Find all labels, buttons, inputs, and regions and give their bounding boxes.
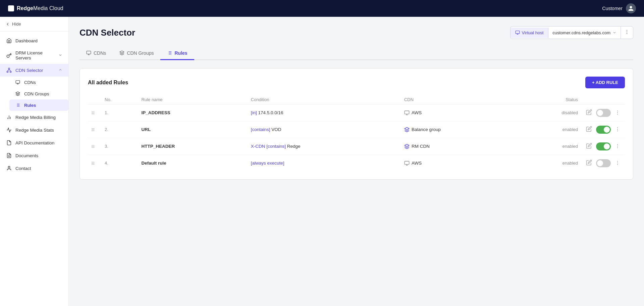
- edit-rule-button[interactable]: [585, 159, 593, 167]
- stats-icon: [6, 127, 12, 133]
- sidebar-item-rules[interactable]: Rules: [9, 99, 68, 111]
- sidebar-item-cdn-selector[interactable]: CDN Selector: [0, 64, 68, 77]
- sidebar-item-label: Documents: [15, 153, 62, 158]
- rule-more-button[interactable]: [613, 110, 622, 116]
- svg-line-3: [7, 69, 9, 71]
- sidebar-item-label: Redge Media Billing: [15, 115, 62, 120]
- sidebar-item-label: Dashboard: [15, 38, 62, 43]
- sidebar-item-drm[interactable]: DRM License Servers: [0, 47, 68, 64]
- svg-point-50: [617, 147, 618, 148]
- rule-name: IP_ADDRESS: [138, 104, 248, 121]
- drag-handle[interactable]: ≡: [88, 121, 101, 138]
- rule-toggle[interactable]: [596, 159, 611, 167]
- rule-more-button[interactable]: [613, 126, 622, 133]
- virtual-host-more-button[interactable]: [621, 27, 633, 39]
- sidebar-item-stats[interactable]: Redge Media Stats: [0, 124, 68, 136]
- svg-line-4: [9, 69, 11, 71]
- chart-icon: [6, 114, 12, 120]
- rule-more-button[interactable]: [613, 160, 622, 167]
- edit-rule-button[interactable]: [585, 125, 593, 134]
- rule-condition: [in] 174.5.0.0/16: [248, 104, 401, 121]
- sidebar-item-dashboard[interactable]: Dashboard: [0, 34, 68, 47]
- svg-point-41: [617, 112, 618, 113]
- screen-icon: [15, 79, 21, 85]
- table-row: ≡2.URL[contains] VODBalance groupenabled: [88, 121, 625, 138]
- tab-rules[interactable]: Rules: [160, 47, 194, 60]
- svg-point-26: [627, 33, 627, 34]
- sidebar-item-cdns[interactable]: CDNs: [9, 77, 68, 88]
- edit-rule-button[interactable]: [585, 108, 593, 117]
- col-no: No.: [101, 95, 138, 104]
- svg-rect-37: [405, 111, 409, 114]
- network-icon: [6, 67, 12, 73]
- drag-handle[interactable]: ≡: [88, 104, 101, 121]
- topnav-right: Customer: [602, 3, 636, 13]
- topnav: RedgeMedia Cloud Customer: [0, 0, 644, 17]
- svg-point-2: [10, 71, 11, 73]
- main-content: CDN Selector Virtual host customer.cdns.…: [69, 17, 644, 306]
- more-vertical-icon: [624, 29, 630, 35]
- svg-rect-5: [16, 81, 20, 83]
- rules-table: No. Rule name Condition CDN Status ≡1.IP…: [88, 95, 625, 171]
- sidebar-item-contact[interactable]: Contact: [0, 162, 68, 175]
- card-header: All added Rules + ADD RULE: [88, 77, 625, 88]
- virtual-host-icon: [515, 30, 520, 35]
- sidebar-item-label: API Documentation: [15, 140, 62, 145]
- sidebar-item-api-docs[interactable]: API Documentation: [0, 136, 68, 149]
- drag-handle[interactable]: ≡: [88, 138, 101, 155]
- virtual-host-label: Virtual host: [511, 28, 549, 38]
- svg-marker-30: [120, 51, 124, 53]
- svg-point-55: [617, 163, 618, 163]
- col-actions: [581, 95, 625, 104]
- chevron-up-icon: [58, 68, 62, 73]
- cdn-selector-submenu: CDNs CDN Groups Rules: [0, 77, 68, 111]
- tab-cdns[interactable]: CDNs: [79, 47, 113, 60]
- svg-point-1: [7, 71, 8, 73]
- sidebar-item-label: CDNs: [24, 80, 63, 85]
- sidebar-item-documents[interactable]: Documents: [0, 149, 68, 162]
- virtual-host-select[interactable]: customer.cdns.redgelabs.com: [548, 28, 621, 38]
- brand-icon: [8, 5, 14, 11]
- col-cdn: CDN: [401, 95, 519, 104]
- virtual-host-container: Virtual host customer.cdns.redgelabs.com: [510, 26, 634, 39]
- cdn-groups-tab-icon: [119, 50, 125, 56]
- rule-cdn: AWS: [401, 104, 519, 121]
- col-status: Status: [519, 95, 581, 104]
- svg-point-0: [8, 68, 10, 69]
- rule-toggle[interactable]: [596, 109, 611, 117]
- rule-more-button[interactable]: [613, 143, 622, 150]
- svg-rect-27: [87, 51, 91, 54]
- edit-rule-button[interactable]: [585, 142, 593, 150]
- table-row: ≡4.Default rule[always execute]AWSenable…: [88, 155, 625, 172]
- rule-no: 4.: [101, 155, 138, 172]
- sidebar-item-cdn-groups[interactable]: CDN Groups: [9, 88, 68, 99]
- rule-toggle[interactable]: [596, 142, 611, 150]
- rules-tab-icon: [167, 50, 172, 56]
- table-row: ≡3.HTTP_HEADERX-CDN [contains] RedgeRM C…: [88, 138, 625, 155]
- rule-status: enabled: [519, 155, 581, 172]
- rule-name: URL: [138, 121, 248, 138]
- rule-name: Default rule: [138, 155, 248, 172]
- customer-label: Customer: [602, 6, 623, 11]
- hide-sidebar-button[interactable]: Hide: [0, 17, 68, 32]
- sidebar-item-billing[interactable]: Redge Media Billing: [0, 111, 68, 124]
- sidebar-item-label: Redge Media Stats: [15, 128, 62, 133]
- drag-handle[interactable]: ≡: [88, 155, 101, 172]
- rule-condition: [contains] VOD: [248, 121, 401, 138]
- svg-point-42: [617, 114, 618, 114]
- rule-toggle[interactable]: [596, 126, 611, 134]
- rule-no: 2.: [101, 121, 138, 138]
- add-rule-button[interactable]: + ADD RULE: [585, 77, 625, 88]
- avatar[interactable]: [626, 3, 636, 13]
- cdns-tab-icon: [86, 50, 92, 56]
- col-rule-name: Rule name: [138, 95, 248, 104]
- sidebar: Hide Dashboard DRM License Servers: [0, 17, 69, 306]
- tab-cdn-groups[interactable]: CDN Groups: [113, 47, 160, 60]
- rule-name: HTTP_HEADER: [138, 138, 248, 155]
- brand-name: RedgeMedia Cloud: [17, 5, 63, 11]
- tabs: CDNs CDN Groups Rules: [79, 47, 633, 60]
- svg-point-25: [627, 32, 627, 32]
- svg-point-40: [617, 111, 618, 111]
- svg-point-54: [617, 161, 618, 162]
- rule-actions: [581, 138, 625, 155]
